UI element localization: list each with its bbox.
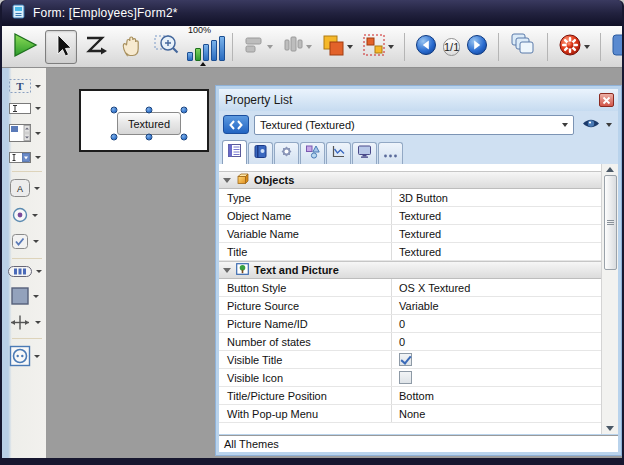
selection-handle[interactable] [111, 134, 118, 141]
property-value[interactable]: Textured [391, 225, 601, 242]
zoom-bar-1[interactable] [187, 52, 193, 61]
chevron-down-icon[interactable] [33, 240, 39, 243]
property-value[interactable]: Textured [391, 243, 601, 260]
object-selector-dropdown[interactable]: Textured (Textured) [254, 115, 574, 135]
distribution-button[interactable] [279, 30, 315, 64]
group-button[interactable] [359, 30, 397, 64]
tab-shapes[interactable] [300, 142, 325, 164]
property-value[interactable]: 0 [391, 315, 601, 332]
property-value[interactable]: 3D Button [391, 189, 601, 206]
tool-button[interactable]: A [9, 178, 40, 198]
chevron-down-icon[interactable] [35, 85, 41, 88]
tool-combo-box[interactable] [8, 151, 41, 164]
tool-plugin-area[interactable] [9, 345, 40, 367]
page-indicator[interactable]: 1/1 [443, 38, 460, 56]
zoom-bar-5[interactable] [219, 36, 225, 61]
collapse-triangle-icon[interactable] [223, 178, 231, 183]
tool-radio-button[interactable] [11, 206, 38, 224]
title-bar[interactable]: Form: [Employees]Form2* [2, 0, 622, 26]
property-label: Button Style [219, 279, 391, 296]
tool-splitter[interactable] [8, 314, 41, 331]
chevron-down-icon[interactable] [33, 295, 39, 298]
chevron-down-icon[interactable] [35, 321, 41, 324]
chevron-down-icon[interactable] [32, 214, 38, 217]
scrollbar-thumb[interactable] [604, 175, 617, 270]
textured-3d-button[interactable]: Textured [117, 112, 181, 135]
property-value[interactable]: OS X Textured [391, 279, 601, 296]
property-value[interactable]: Bottom [391, 387, 601, 404]
selection-handle[interactable] [181, 107, 188, 114]
chevron-down-icon[interactable] [388, 45, 394, 49]
combo-box-icon [8, 151, 32, 164]
level-button[interactable] [318, 30, 356, 64]
chevron-down-icon[interactable] [347, 45, 353, 49]
chevron-down-icon[interactable] [34, 355, 40, 358]
selection-handle[interactable] [181, 134, 188, 141]
run-button[interactable] [8, 30, 42, 64]
chevron-down-icon[interactable] [35, 132, 41, 135]
zoom-magnifier-icon [153, 31, 181, 62]
tool-input-field[interactable] [8, 102, 41, 115]
property-label: With Pop-up Menu [219, 405, 391, 422]
tab-chart[interactable] [326, 142, 351, 164]
chevron-down-icon[interactable] [584, 45, 590, 49]
tool-button-grid[interactable] [7, 265, 42, 278]
tool-check-box[interactable] [10, 232, 39, 251]
property-value[interactable]: Textured [391, 207, 601, 224]
view-options-button[interactable] [579, 116, 614, 134]
tool-rectangle[interactable] [10, 286, 39, 306]
tab-data[interactable] [248, 142, 273, 164]
chevron-down-icon[interactable] [35, 156, 41, 159]
entry-order-button[interactable] [80, 30, 112, 64]
tab-more[interactable] [378, 142, 403, 164]
gear-icon [279, 144, 294, 163]
property-value[interactable]: 0 [391, 333, 601, 350]
chevron-down-icon[interactable] [606, 123, 612, 127]
zoom-tool-button[interactable] [150, 30, 184, 64]
zoom-level-widget[interactable]: 100% [187, 28, 225, 66]
next-page-button[interactable] [463, 30, 491, 64]
zoom-bar-4[interactable] [211, 40, 217, 61]
settings-button[interactable] [555, 30, 593, 64]
property-value[interactable]: None [391, 405, 601, 422]
chevron-down-icon[interactable] [36, 270, 42, 273]
collapse-triangle-icon[interactable] [223, 268, 231, 273]
selection-handle[interactable] [146, 107, 153, 114]
property-scrollbar[interactable] [601, 164, 618, 434]
previous-page-button[interactable] [412, 30, 440, 64]
chevron-down-icon[interactable] [34, 187, 40, 190]
zoom-bar-current[interactable] [195, 48, 201, 61]
settings-gear-icon [558, 33, 582, 61]
scroll-up-icon[interactable] [606, 167, 614, 172]
themes-footer[interactable]: All Themes [219, 435, 618, 452]
move-tool-button[interactable] [115, 30, 147, 64]
alignment-button[interactable] [240, 30, 276, 64]
section-header-text-and-picture[interactable]: Text and Picture [219, 261, 601, 279]
zoom-bar-3[interactable] [203, 44, 209, 61]
tab-display[interactable] [352, 142, 377, 164]
selection-tool-button[interactable] [45, 30, 77, 64]
chevron-down-icon[interactable] [267, 45, 273, 49]
chevron-down-icon[interactable] [35, 107, 41, 110]
selection-handle[interactable] [146, 134, 153, 141]
property-value[interactable]: Variable [391, 297, 601, 314]
prev-next-object-button[interactable] [223, 115, 249, 134]
scroll-down-icon[interactable] [606, 426, 614, 431]
close-button[interactable] [599, 93, 614, 107]
tool-list-box[interactable] [8, 123, 41, 143]
section-header-objects[interactable]: Objects [219, 171, 601, 189]
form-page-area[interactable]: Textured [79, 89, 209, 152]
tool-static-text[interactable]: T [8, 78, 41, 94]
visible-icon-checkbox[interactable] [399, 371, 412, 384]
zoom-bars[interactable] [187, 36, 225, 61]
form-canvas[interactable]: Textured Property List Textured (Texture… [47, 68, 622, 458]
visible-title-checkbox[interactable] [399, 353, 412, 366]
selection-handle[interactable] [111, 107, 118, 114]
form-pages-button[interactable] [506, 30, 540, 64]
chevron-down-icon[interactable] [306, 45, 312, 49]
tab-list[interactable] [222, 140, 247, 164]
property-list-header[interactable]: Property List [219, 89, 618, 111]
tool-separator [12, 338, 42, 339]
tab-gear[interactable] [274, 142, 299, 164]
clipped-toolbar-button[interactable] [608, 30, 622, 64]
